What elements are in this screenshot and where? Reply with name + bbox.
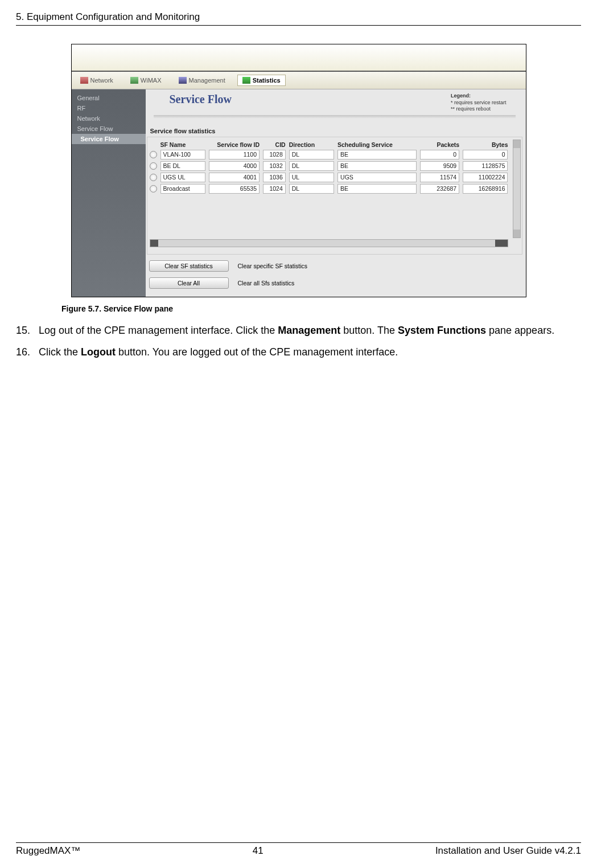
- step-16: 16. Click the Logout button. You are log…: [16, 345, 581, 359]
- button-desc: Clear specific SF statistics: [238, 263, 308, 269]
- sidebar: General RF Network Service Flow Service …: [72, 89, 146, 297]
- clear-sf-statistics-button[interactable]: Clear SF statistics: [149, 260, 229, 272]
- cell-sfid: 4001: [209, 173, 260, 182]
- nav-label: Management: [189, 77, 225, 84]
- row-radio[interactable]: [150, 185, 157, 193]
- step-text: Click the: [39, 346, 81, 358]
- legend-line2: ** requires reboot: [451, 106, 507, 113]
- step-bold: Management: [278, 325, 340, 336]
- table-container: SF Name Service flow ID CID Direction Sc…: [147, 137, 522, 255]
- content-pane: Service Flow Legend: * requires service …: [146, 89, 526, 297]
- app-logo-area: [72, 44, 526, 71]
- cell-cid: 1028: [263, 150, 286, 159]
- table-header-row: SF Name Service flow ID CID Direction Sc…: [150, 141, 508, 148]
- footer-right: Installation and User Guide v4.2.1: [435, 845, 581, 857]
- col-sf-name: SF Name: [160, 141, 205, 148]
- cell-name: VLAN-100: [160, 150, 205, 159]
- nav-label: Network: [90, 77, 113, 84]
- statistics-icon: [242, 77, 250, 84]
- cell-dir: UL: [289, 173, 334, 182]
- clear-all-button[interactable]: Clear All: [149, 277, 229, 289]
- document-body: 15. Log out of the CPE management interf…: [16, 324, 581, 359]
- sidebar-item-service-flow[interactable]: Service Flow: [72, 124, 146, 134]
- cell-sched: UGS: [337, 173, 417, 182]
- table-row: UGS UL 4001 1036 UL UGS 11574 11002224: [150, 173, 508, 182]
- page-footer: RuggedMAX™ 41 Installation and User Guid…: [16, 842, 581, 857]
- nav-statistics[interactable]: Statistics: [237, 75, 286, 86]
- cell-byt: 0: [463, 150, 508, 159]
- row-radio[interactable]: [150, 174, 157, 181]
- col-sf-id: Service flow ID: [209, 141, 260, 148]
- cell-name: UGS UL: [160, 173, 205, 182]
- nav-management[interactable]: Management: [174, 75, 230, 86]
- table-row: Broadcast 65535 1024 DL BE 232687 162689…: [150, 184, 508, 194]
- cell-cid: 1032: [263, 161, 286, 171]
- col-direction: Direction: [289, 141, 334, 148]
- button-desc: Clear all Sfs statistics: [238, 280, 295, 286]
- footer-left: RuggedMAX™: [16, 845, 80, 857]
- step-bold: Logout: [81, 346, 116, 358]
- step-bold: System Functions: [398, 325, 486, 336]
- cell-cid: 1036: [263, 173, 286, 182]
- figure-caption: Figure 5.7. Service Flow pane: [61, 304, 581, 313]
- cell-byt: 1128575: [463, 161, 508, 171]
- cell-name: Broadcast: [160, 184, 205, 194]
- step-text: pane appears.: [486, 325, 554, 336]
- step-text: Log out of the CPE management interface.…: [39, 325, 278, 336]
- cell-dir: DL: [289, 150, 334, 159]
- cell-name: BE DL: [160, 161, 205, 171]
- screenshot-container: Network WiMAX Management Statistics Gene…: [71, 44, 526, 297]
- nav-wimax[interactable]: WiMAX: [125, 75, 167, 86]
- legend-line1: * requires service restart: [451, 100, 507, 107]
- sidebar-item-service-flow-active[interactable]: Service Flow: [72, 134, 146, 144]
- wimax-icon: [130, 77, 138, 84]
- step-number: 15.: [16, 324, 39, 337]
- col-scheduling: Scheduling Service: [337, 141, 417, 148]
- sidebar-item-network[interactable]: Network: [72, 113, 146, 124]
- sidebar-item-rf[interactable]: RF: [72, 103, 146, 113]
- panel-title: Service Flow: [170, 93, 232, 106]
- col-bytes: Bytes: [463, 141, 508, 148]
- cell-sched: BE: [337, 184, 417, 194]
- cell-sfid: 4000: [209, 161, 260, 171]
- legend: Legend: * requires service restart ** re…: [451, 93, 507, 113]
- section-title: Service flow statistics: [147, 118, 522, 137]
- step-text: button. You are logged out of the CPE ma…: [116, 346, 398, 358]
- legend-title: Legend:: [451, 93, 507, 100]
- cell-sched: BE: [337, 150, 417, 159]
- cell-sfid: 65535: [209, 184, 260, 194]
- step-number: 16.: [16, 345, 39, 359]
- row-radio[interactable]: [150, 151, 157, 158]
- horizontal-scrollbar[interactable]: [150, 239, 508, 247]
- footer-center: 41: [253, 845, 263, 857]
- table-row: BE DL 4000 1032 DL BE 9509 1128575: [150, 161, 508, 171]
- management-icon: [179, 77, 187, 84]
- top-nav: Network WiMAX Management Statistics: [72, 72, 526, 89]
- vertical-scrollbar[interactable]: [513, 140, 521, 238]
- cell-pkt: 232687: [420, 184, 459, 194]
- cell-cid: 1024: [263, 184, 286, 194]
- cell-byt: 11002224: [463, 173, 508, 182]
- cell-pkt: 9509: [420, 161, 459, 171]
- doc-chapter-header: 5. Equipment Configuration and Monitorin…: [16, 11, 581, 26]
- table-row: VLAN-100 1100 1028 DL BE 0 0: [150, 150, 508, 159]
- step-15: 15. Log out of the CPE management interf…: [16, 324, 581, 337]
- sidebar-item-general[interactable]: General: [72, 93, 146, 103]
- cell-byt: 16268916: [463, 184, 508, 194]
- cell-dir: DL: [289, 184, 334, 194]
- row-radio[interactable]: [150, 162, 157, 170]
- cell-sched: BE: [337, 161, 417, 171]
- nav-network[interactable]: Network: [75, 75, 118, 86]
- nav-label: WiMAX: [141, 77, 162, 84]
- step-text: button. The: [340, 325, 398, 336]
- nav-label: Statistics: [253, 77, 281, 84]
- col-cid: CID: [263, 141, 286, 148]
- network-icon: [80, 77, 88, 84]
- cell-dir: DL: [289, 161, 334, 171]
- cell-pkt: 11574: [420, 173, 459, 182]
- cell-sfid: 1100: [209, 150, 260, 159]
- col-packets: Packets: [420, 141, 459, 148]
- cell-pkt: 0: [420, 150, 459, 159]
